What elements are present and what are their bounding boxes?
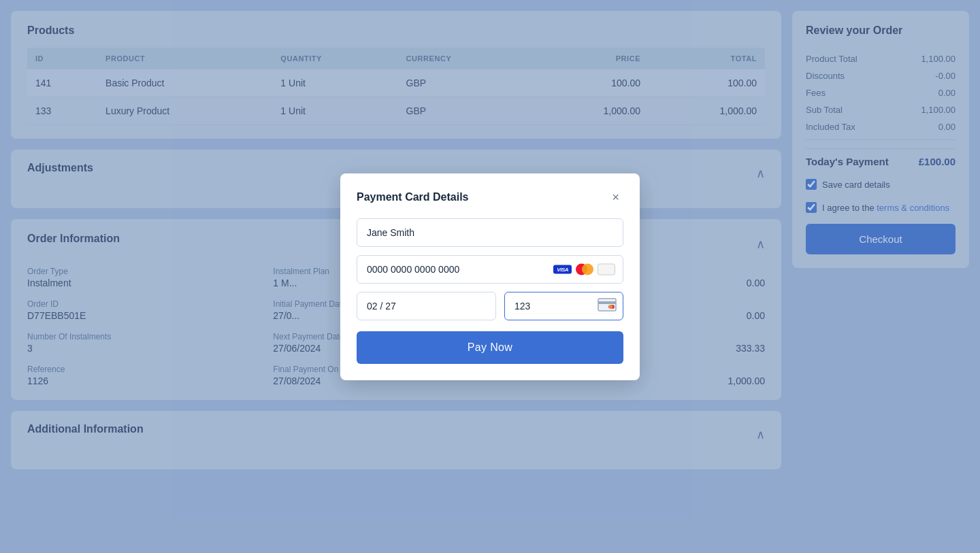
cvv-wrapper <box>504 292 623 320</box>
modal-title: Payment Card Details <box>357 191 469 203</box>
payment-card-modal: Payment Card Details × VISA <box>340 173 640 380</box>
other-card-icon <box>598 263 615 275</box>
svg-point-4 <box>608 305 612 309</box>
cardholder-name-input[interactable] <box>357 218 623 247</box>
mc-right <box>582 263 593 275</box>
card-icons: VISA <box>553 263 615 275</box>
expiry-input[interactable] <box>357 292 496 320</box>
modal-overlay: Payment Card Details × VISA <box>0 0 980 553</box>
card-number-wrapper: VISA <box>357 255 623 284</box>
visa-icon: VISA <box>553 265 572 273</box>
cvv-card-icon <box>598 298 617 314</box>
svg-rect-1 <box>598 301 616 304</box>
mastercard-icon <box>576 263 593 275</box>
pay-now-button[interactable]: Pay Now <box>357 331 623 364</box>
svg-rect-0 <box>598 299 616 311</box>
modal-header: Payment Card Details × <box>357 190 623 205</box>
modal-close-button[interactable]: × <box>608 190 623 205</box>
expiry-cvv-row <box>357 292 623 320</box>
